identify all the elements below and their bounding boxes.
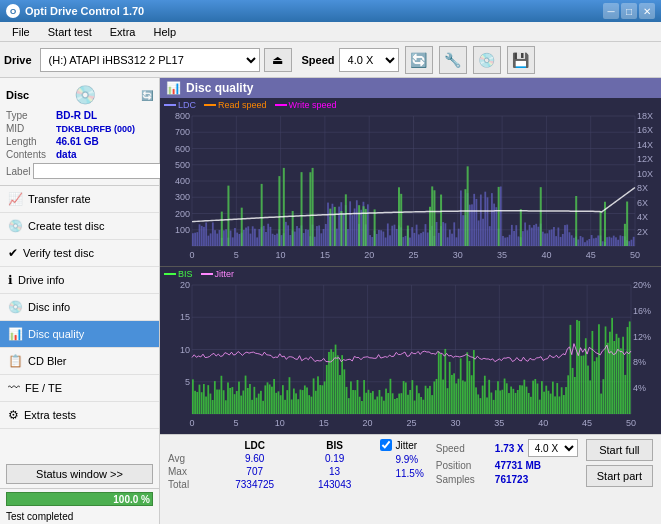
max-bis: 13 bbox=[297, 465, 373, 478]
maximize-button[interactable]: □ bbox=[621, 3, 637, 19]
avg-bis: 0.19 bbox=[297, 452, 373, 465]
avg-label: Avg bbox=[168, 452, 213, 465]
bottom-chart-legend: BIS Jitter bbox=[164, 269, 234, 279]
chart-header-icon: 📊 bbox=[166, 81, 181, 95]
max-label: Max bbox=[168, 465, 213, 478]
cd-bler-icon: 📋 bbox=[8, 354, 23, 368]
status-window-button[interactable]: Status window >> bbox=[6, 464, 153, 484]
label-text: Label bbox=[6, 166, 30, 177]
total-ldc: 7334725 bbox=[213, 478, 297, 491]
action-buttons: Start full Start part bbox=[586, 439, 653, 487]
speed-display-row: Speed 1.73 X 4.0 X bbox=[436, 439, 578, 457]
main-layout: Disc 💿 🔄 Type BD-R DL MID TDKBLDRFB (000… bbox=[0, 78, 661, 524]
create-test-disc-label: Create test disc bbox=[28, 220, 104, 232]
jitter-header-label: Jitter bbox=[395, 440, 417, 451]
menubar: File Start test Extra Help bbox=[0, 22, 661, 42]
menu-start-test[interactable]: Start test bbox=[40, 24, 100, 40]
label-input[interactable] bbox=[33, 163, 166, 179]
samples-row: Samples 761723 bbox=[436, 474, 578, 485]
contents-label: Contents bbox=[6, 149, 56, 160]
position-value: 47731 MB bbox=[495, 460, 541, 471]
app-title: Opti Drive Control 1.70 bbox=[25, 5, 144, 17]
close-button[interactable]: ✕ bbox=[639, 3, 655, 19]
start-full-button[interactable]: Start full bbox=[586, 439, 653, 461]
app-icon: O bbox=[6, 4, 20, 18]
save-button[interactable]: 💾 bbox=[507, 46, 535, 74]
sidebar-item-transfer-rate[interactable]: 📈 Transfer rate bbox=[0, 186, 159, 213]
stats-table: LDC BIS Avg 9.60 0.19 Max 707 bbox=[168, 439, 372, 491]
toolbar: Drive (H:) ATAPI iHBS312 2 PL17 ⏏ Speed … bbox=[0, 42, 661, 78]
refresh-button[interactable]: 🔄 bbox=[405, 46, 433, 74]
menu-extra[interactable]: Extra bbox=[102, 24, 144, 40]
disc-icon-btn[interactable]: 💿 bbox=[473, 46, 501, 74]
speed-select-stats[interactable]: 4.0 X bbox=[528, 439, 578, 457]
length-value: 46.61 GB bbox=[56, 136, 99, 147]
create-test-disc-icon: 💿 bbox=[8, 219, 23, 233]
disc-refresh-icon[interactable]: 🔄 bbox=[141, 90, 153, 101]
minimize-button[interactable]: ─ bbox=[603, 3, 619, 19]
progress-bar: 100.0 % bbox=[6, 492, 153, 506]
ldc-legend: LDC bbox=[164, 100, 196, 110]
drive-info-label: Drive info bbox=[18, 274, 64, 286]
max-jitter: 11.5% bbox=[380, 468, 423, 479]
status-text: Test completed bbox=[0, 509, 159, 524]
max-ldc: 707 bbox=[213, 465, 297, 478]
bis-header: BIS bbox=[297, 439, 373, 452]
ldc-header: LDC bbox=[213, 439, 297, 452]
sidebar-item-extra-tests[interactable]: ⚙ Extra tests bbox=[0, 402, 159, 429]
extra-tests-label: Extra tests bbox=[24, 409, 76, 421]
eject-button[interactable]: ⏏ bbox=[264, 48, 292, 72]
top-chart-container: LDC Read speed Write speed bbox=[160, 98, 661, 267]
sidebar-item-create-test-disc[interactable]: 💿 Create test disc bbox=[0, 213, 159, 240]
avg-jitter: 9.9% bbox=[380, 454, 423, 465]
speed-header: Speed bbox=[436, 443, 491, 454]
chart-title: Disc quality bbox=[186, 81, 253, 95]
settings-button[interactable]: 🔧 bbox=[439, 46, 467, 74]
content-area: 📊 Disc quality LDC Read speed Write spee… bbox=[160, 78, 661, 524]
jitter-col: Jitter 9.9% 11.5% bbox=[380, 439, 423, 493]
start-part-button[interactable]: Start part bbox=[586, 465, 653, 487]
disc-panel-icon: 💿 bbox=[74, 84, 96, 106]
sidebar-item-drive-info[interactable]: ℹ Drive info bbox=[0, 267, 159, 294]
progress-text: 100.0 % bbox=[113, 493, 150, 506]
menu-file[interactable]: File bbox=[4, 24, 38, 40]
position-label: Position bbox=[436, 460, 491, 471]
fe-te-icon: 〰 bbox=[8, 381, 20, 395]
speed-display-value: 1.73 X bbox=[495, 443, 524, 454]
sidebar-item-cd-bler[interactable]: 📋 CD Bler bbox=[0, 348, 159, 375]
speed-info: Speed 1.73 X 4.0 X Position 47731 MB Sam… bbox=[436, 439, 578, 485]
avg-ldc: 9.60 bbox=[213, 452, 297, 465]
drive-info-icon: ℹ bbox=[8, 273, 13, 287]
speed-select[interactable]: 4.0 X bbox=[339, 48, 399, 72]
transfer-rate-icon: 📈 bbox=[8, 192, 23, 206]
verify-test-disc-label: Verify test disc bbox=[23, 247, 94, 259]
mid-value: TDKBLDRFB (000) bbox=[56, 124, 135, 134]
disc-info-icon: 💿 bbox=[8, 300, 23, 314]
contents-value: data bbox=[56, 149, 77, 160]
fe-te-label: FE / TE bbox=[25, 382, 62, 394]
cd-bler-label: CD Bler bbox=[28, 355, 67, 367]
sidebar-item-fe-te[interactable]: 〰 FE / TE bbox=[0, 375, 159, 402]
disc-quality-icon: 📊 bbox=[8, 327, 23, 341]
total-bis: 143043 bbox=[297, 478, 373, 491]
jitter-legend: Jitter bbox=[201, 269, 235, 279]
bis-legend: BIS bbox=[164, 269, 193, 279]
speed-label: Speed bbox=[302, 54, 335, 66]
nav-items: 📈 Transfer rate 💿 Create test disc ✔ Ver… bbox=[0, 186, 159, 429]
bottom-chart-container: BIS Jitter bbox=[160, 267, 661, 434]
top-chart bbox=[160, 98, 661, 266]
chart-header: 📊 Disc quality bbox=[160, 78, 661, 98]
disc-info-label: Disc info bbox=[28, 301, 70, 313]
read-speed-legend: Read speed bbox=[204, 100, 267, 110]
avg-row: Avg 9.60 0.19 bbox=[168, 452, 372, 465]
drive-select[interactable]: (H:) ATAPI iHBS312 2 PL17 bbox=[40, 48, 260, 72]
sidebar-item-disc-info[interactable]: 💿 Disc info bbox=[0, 294, 159, 321]
sidebar-item-disc-quality[interactable]: 📊 Disc quality bbox=[0, 321, 159, 348]
disc-panel: Disc 💿 🔄 Type BD-R DL MID TDKBLDRFB (000… bbox=[0, 78, 159, 186]
sidebar-item-verify-test-disc[interactable]: ✔ Verify test disc bbox=[0, 240, 159, 267]
jitter-checkbox[interactable] bbox=[380, 439, 392, 451]
menu-help[interactable]: Help bbox=[145, 24, 184, 40]
mid-label: MID bbox=[6, 123, 56, 134]
extra-tests-icon: ⚙ bbox=[8, 408, 19, 422]
disc-quality-label: Disc quality bbox=[28, 328, 84, 340]
